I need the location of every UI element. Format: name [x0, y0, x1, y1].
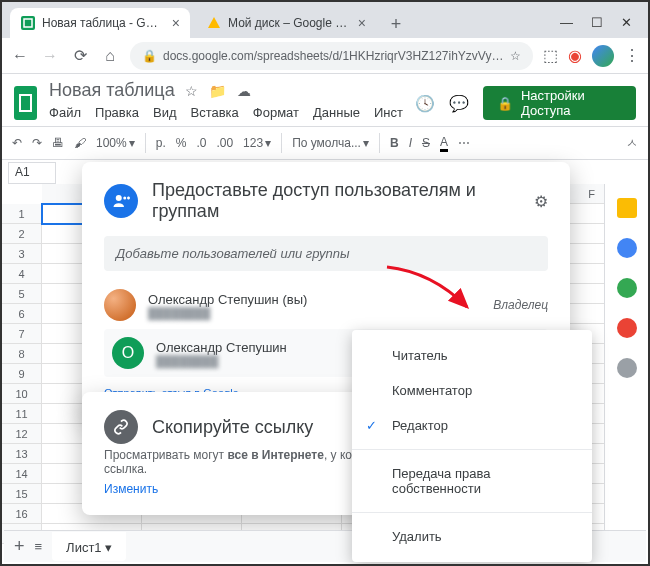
dropdown-item-remove[interactable]: Удалить [352, 519, 592, 554]
cloud-icon[interactable]: ☁ [235, 83, 253, 99]
row-header[interactable]: 13 [2, 444, 42, 464]
row-header[interactable]: 4 [2, 264, 42, 284]
zoom-select[interactable]: 100% ▾ [96, 136, 135, 150]
minimize-icon[interactable]: — [560, 15, 573, 30]
move-icon[interactable]: 📁 [209, 83, 227, 99]
row-header[interactable]: 14 [2, 464, 42, 484]
currency-button[interactable]: р. [156, 136, 166, 150]
svg-point-4 [123, 197, 126, 200]
percent-button[interactable]: % [176, 136, 187, 150]
row-header[interactable]: 10 [2, 384, 42, 404]
all-sheets-button[interactable]: ≡ [35, 539, 43, 554]
share-title: Предоставьте доступ пользователям и груп… [152, 180, 520, 222]
new-tab-button[interactable]: + [382, 10, 410, 38]
menu-edit[interactable]: Правка [95, 105, 139, 120]
url-text: docs.google.com/spreadsheets/d/1HKHzriqr… [163, 49, 504, 63]
contacts-icon[interactable] [617, 318, 637, 338]
maps-icon[interactable] [617, 358, 637, 378]
row-header[interactable]: 5 [2, 284, 42, 304]
extension-icon[interactable]: ⬚ [543, 46, 558, 65]
sheet-tab[interactable]: Лист1 ▾ [52, 532, 126, 561]
back-icon[interactable]: ← [10, 47, 30, 65]
paint-format-icon[interactable]: 🖌 [74, 136, 86, 150]
menu-format[interactable]: Формат [253, 105, 299, 120]
browser-tab[interactable]: Мой диск – Google Диск × [196, 8, 376, 38]
avatar [104, 289, 136, 321]
sheets-logo-icon[interactable] [14, 86, 37, 120]
number-format-select[interactable]: 123 ▾ [243, 136, 271, 150]
person-email: ████████ [148, 307, 481, 319]
home-icon[interactable]: ⌂ [100, 47, 120, 65]
row-header[interactable]: 3 [2, 244, 42, 264]
tasks-icon[interactable] [617, 278, 637, 298]
strike-button[interactable]: S [422, 136, 430, 150]
row-header[interactable]: 15 [2, 484, 42, 504]
add-people-input[interactable]: Добавьте пользователей или группы [104, 236, 548, 271]
person-row-owner: Олександр Степушин (вы) ████████ Владеле… [104, 281, 548, 329]
profile-avatar[interactable] [592, 45, 614, 67]
extension-icon[interactable]: ◉ [568, 46, 582, 65]
keep-icon[interactable] [617, 238, 637, 258]
row-header[interactable]: 8 [2, 344, 42, 364]
change-link[interactable]: Изменить [104, 482, 158, 496]
row-header[interactable]: 2 [2, 224, 42, 244]
redo-icon[interactable]: ↷ [32, 136, 42, 150]
row-header[interactable]: 11 [2, 404, 42, 424]
browser-tab-active[interactable]: Новая таблица - Google Табли × [10, 8, 190, 38]
calendar-icon[interactable] [617, 198, 637, 218]
print-icon[interactable]: 🖶 [52, 136, 64, 150]
menu-file[interactable]: Файл [49, 105, 81, 120]
link-icon [104, 410, 138, 444]
more-toolbar-icon[interactable]: ⋯ [458, 136, 470, 150]
share-button[interactable]: 🔒 Настройки Доступа [483, 86, 636, 120]
tab-title: Новая таблица - Google Табли [42, 16, 164, 30]
undo-icon[interactable]: ↶ [12, 136, 22, 150]
menu-icon[interactable]: ⋮ [624, 46, 640, 65]
star-icon[interactable]: ☆ [183, 83, 201, 99]
toolbar: ↶ ↷ 🖶 🖌 100% ▾ р. % .0 .00 123 ▾ По умол… [2, 126, 648, 160]
name-box[interactable]: A1 [8, 162, 56, 184]
row-header[interactable]: 12 [2, 424, 42, 444]
add-sheet-button[interactable]: + [14, 536, 25, 557]
history-icon[interactable]: 🕓 [415, 94, 435, 113]
drive-favicon [206, 15, 222, 31]
row-header[interactable]: 7 [2, 324, 42, 344]
reload-icon[interactable]: ⟳ [70, 46, 90, 65]
menu-data[interactable]: Данные [313, 105, 360, 120]
close-icon[interactable]: × [172, 15, 180, 31]
row-header[interactable]: 6 [2, 304, 42, 324]
menu-view[interactable]: Вид [153, 105, 177, 120]
comment-icon[interactable]: 💬 [449, 94, 469, 113]
decrease-decimal-button[interactable]: .0 [196, 136, 206, 150]
dropdown-item-transfer[interactable]: Передача права собственности [352, 456, 592, 506]
font-select[interactable]: По умолча... ▾ [292, 136, 369, 150]
row-header[interactable]: 1 [2, 204, 42, 224]
text-color-button[interactable]: A [440, 135, 448, 152]
dropdown-item-viewer[interactable]: Читатель [352, 338, 592, 373]
menu-tools[interactable]: Инст [374, 105, 403, 120]
svg-rect-0 [21, 16, 35, 30]
gear-icon[interactable]: ⚙ [534, 192, 548, 211]
close-icon[interactable]: × [358, 15, 366, 31]
collapse-toolbar-icon[interactable]: ㅅ [626, 135, 638, 152]
url-input[interactable]: 🔒 docs.google.com/spreadsheets/d/1HKHzri… [130, 42, 533, 70]
increase-decimal-button[interactable]: .00 [216, 136, 233, 150]
menu-insert[interactable]: Вставка [191, 105, 239, 120]
bold-button[interactable]: B [390, 136, 399, 150]
browser-titlebar: Новая таблица - Google Табли × Мой диск … [2, 2, 648, 38]
svg-marker-2 [208, 17, 220, 28]
star-icon[interactable]: ☆ [510, 49, 521, 63]
dropdown-item-commenter[interactable]: Комментатор [352, 373, 592, 408]
people-icon [104, 184, 138, 218]
close-window-icon[interactable]: ✕ [621, 15, 632, 30]
sheets-header: Новая таблица ☆ 📁 ☁ Файл Правка Вид Вста… [2, 74, 648, 126]
forward-icon[interactable]: → [40, 47, 60, 65]
maximize-icon[interactable]: ☐ [591, 15, 603, 30]
italic-button[interactable]: I [409, 136, 412, 150]
menu-bar: Файл Правка Вид Вставка Формат Данные Ин… [49, 101, 415, 126]
row-header[interactable]: 16 [2, 504, 42, 524]
row-header[interactable]: 9 [2, 364, 42, 384]
svg-point-3 [116, 195, 122, 201]
document-title[interactable]: Новая таблица [49, 80, 175, 101]
dropdown-item-editor[interactable]: Редактор [352, 408, 592, 443]
